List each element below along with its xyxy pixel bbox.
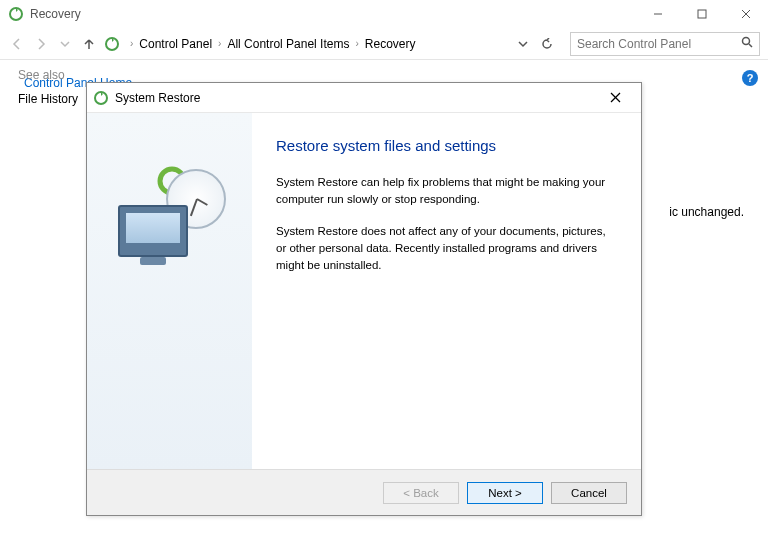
- maximize-button[interactable]: [680, 0, 724, 28]
- next-button[interactable]: Next >: [467, 482, 543, 504]
- svg-line-7: [749, 44, 752, 47]
- nav-back-button[interactable]: [8, 35, 26, 53]
- dialog-title: System Restore: [115, 91, 200, 105]
- window-title: Recovery: [30, 7, 81, 21]
- nav-forward-button[interactable]: [32, 35, 50, 53]
- breadcrumb-item[interactable]: Recovery: [363, 35, 418, 53]
- nav-recent-dropdown[interactable]: [56, 35, 74, 53]
- dialog-paragraph: System Restore can help fix problems tha…: [276, 174, 617, 207]
- dialog-heading: Restore system files and settings: [276, 137, 617, 154]
- search-input[interactable]: [577, 37, 741, 51]
- breadcrumb-item[interactable]: Control Panel: [137, 35, 214, 53]
- cancel-button[interactable]: Cancel: [551, 482, 627, 504]
- svg-point-6: [743, 38, 750, 45]
- dialog-paragraph: System Restore does not affect any of yo…: [276, 223, 617, 273]
- chevron-right-icon: ›: [130, 38, 133, 49]
- breadcrumb-item[interactable]: All Control Panel Items: [225, 35, 351, 53]
- nav-up-button[interactable]: [80, 35, 98, 53]
- system-restore-dialog: System Restore Restore system files and …: [86, 82, 642, 516]
- control-panel-icon: [104, 36, 120, 52]
- close-button[interactable]: [724, 0, 768, 28]
- background-partial-text: ic unchanged.: [669, 205, 744, 219]
- system-restore-graphic-icon: [110, 163, 230, 273]
- dialog-footer: < Back Next > Cancel: [87, 469, 641, 515]
- file-history-link[interactable]: File History: [18, 92, 78, 106]
- help-icon[interactable]: ?: [742, 70, 758, 86]
- search-box[interactable]: [570, 32, 760, 56]
- chevron-right-icon: ›: [218, 38, 221, 49]
- refresh-button[interactable]: [538, 35, 556, 53]
- minimize-button[interactable]: [636, 0, 680, 28]
- back-button: < Back: [383, 482, 459, 504]
- navigation-bar: › Control Panel › All Control Panel Item…: [0, 28, 768, 60]
- dialog-close-button[interactable]: [595, 84, 635, 112]
- address-dropdown-button[interactable]: [514, 35, 532, 53]
- see-also-label: See also: [18, 68, 65, 82]
- dialog-sidebar-graphic: [87, 113, 252, 469]
- recovery-app-icon: [8, 6, 24, 22]
- window-titlebar: Recovery: [0, 0, 768, 28]
- svg-rect-2: [698, 10, 706, 18]
- search-icon[interactable]: [741, 36, 753, 51]
- breadcrumb: › Control Panel › All Control Panel Item…: [130, 35, 418, 53]
- chevron-right-icon: ›: [355, 38, 358, 49]
- system-restore-icon: [93, 90, 109, 106]
- dialog-titlebar: System Restore: [87, 83, 641, 113]
